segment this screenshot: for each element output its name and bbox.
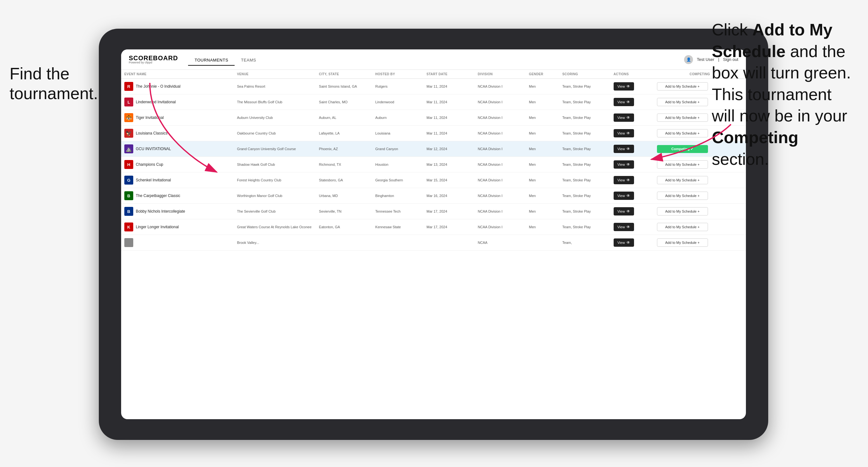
col-header-actions: ACTIONS xyxy=(611,70,654,79)
actions-cell-3: View 👁 xyxy=(611,110,654,126)
division-cell-7: NCAA Division I xyxy=(475,173,526,188)
table-row: R The Johnnie - O Individual Sea Palms R… xyxy=(121,79,746,94)
scoring-cell-1: Team, Stroke Play xyxy=(559,79,611,94)
event-name-10: Linger Longer Invitational xyxy=(136,225,179,229)
view-button-7[interactable]: View 👁 xyxy=(614,176,634,184)
city-cell-2: Saint Charles, MO xyxy=(316,94,372,110)
tournaments-table: EVENT NAME VENUE CITY, STATE HOSTED BY S… xyxy=(121,70,746,251)
gender-cell-1: Men xyxy=(526,79,559,94)
team-logo-8: B xyxy=(124,191,133,200)
event-name-cell-8: B The Carpetbagger Classic xyxy=(121,188,234,204)
eye-icon-6: 👁 xyxy=(626,162,630,167)
add-schedule-button-8[interactable]: Add to My Schedule + xyxy=(657,192,708,200)
add-schedule-button-10[interactable]: Add to My Schedule + xyxy=(657,223,708,231)
gender-cell-6: Men xyxy=(526,157,559,173)
hosted-cell-2: Lindenwood xyxy=(372,94,423,110)
scoring-cell-3: Team, Stroke Play xyxy=(559,110,611,126)
table-row: H Champions Cup Shadow Hawk Golf Club Ri… xyxy=(121,157,746,173)
table-row: G Schenkel Invitational Forest Heights C… xyxy=(121,173,746,188)
add-schedule-button-7[interactable]: Add to My Schedule + xyxy=(657,176,708,184)
table-row: B The Carpetbagger Classic Worthington M… xyxy=(121,188,746,204)
hosted-cell-3: Auburn xyxy=(372,110,423,126)
view-button-10[interactable]: View 👁 xyxy=(614,223,634,231)
hosted-cell-4: Louisiana xyxy=(372,126,423,141)
view-button-6[interactable]: View 👁 xyxy=(614,160,634,168)
add-schedule-button-9[interactable]: Add to My Schedule + xyxy=(657,207,708,216)
table-row: K Linger Longer Invitational Great Water… xyxy=(121,219,746,235)
col-header-division: DIVISION xyxy=(475,70,526,79)
actions-cell-10: View 👁 xyxy=(611,219,654,235)
event-name-cell-6: H Champions Cup xyxy=(121,157,234,173)
view-button-1[interactable]: View 👁 xyxy=(614,82,634,91)
add-schedule-button-3[interactable]: Add to My Schedule + xyxy=(657,114,708,122)
view-button-2[interactable]: View 👁 xyxy=(614,98,634,106)
view-button-4[interactable]: View 👁 xyxy=(614,129,634,137)
team-logo-4: 🦅 xyxy=(124,129,133,138)
division-cell-2: NCAA Division I xyxy=(475,94,526,110)
eye-icon-5: 👁 xyxy=(626,147,630,151)
add-schedule-button-4[interactable]: Add to My Schedule + xyxy=(657,129,708,137)
event-name-2: Lindenwood Invitational xyxy=(136,100,176,104)
col-header-event: EVENT NAME xyxy=(121,70,234,79)
col-header-venue: VENUE xyxy=(234,70,316,79)
actions-cell-4: View 👁 xyxy=(611,126,654,141)
table-container: EVENT NAME VENUE CITY, STATE HOSTED BY S… xyxy=(121,70,746,419)
actions-cell-8: View 👁 xyxy=(611,188,654,204)
event-name-cell-2: L Lindenwood Invitational xyxy=(121,94,234,110)
venue-cell-3: Auburn University Club xyxy=(234,110,316,126)
add-schedule-button-1[interactable]: Add to My Schedule + xyxy=(657,82,708,91)
city-cell-8: Urbana, MD xyxy=(316,188,372,204)
city-cell-11 xyxy=(316,235,372,251)
tab-tournaments[interactable]: TOURNAMENTS xyxy=(188,55,235,66)
actions-cell-11: View 👁 xyxy=(611,235,654,251)
view-button-5[interactable]: View 👁 xyxy=(614,145,634,153)
eye-icon-10: 👁 xyxy=(626,225,630,229)
hosted-cell-8: Binghamton xyxy=(372,188,423,204)
nav-tabs: TOURNAMENTS TEAMS xyxy=(188,53,262,66)
tablet-frame: SCOREBOARD Powered by clippd TOURNAMENTS… xyxy=(99,29,768,440)
table-row: 🐯 Tiger Invitational Auburn University C… xyxy=(121,110,746,126)
team-logo-5: ⛰️ xyxy=(124,145,133,153)
competing-cell-10: Add to My Schedule + xyxy=(654,219,746,235)
date-cell-10: Mar 17, 2024 xyxy=(423,219,475,235)
event-name-cell-3: 🐯 Tiger Invitational xyxy=(121,110,234,126)
division-cell-8: NCAA Division I xyxy=(475,188,526,204)
team-logo-11 xyxy=(124,238,133,247)
tab-teams[interactable]: TEAMS xyxy=(235,55,262,66)
event-name-cell-10: K Linger Longer Invitational xyxy=(121,219,234,235)
team-logo-1: R xyxy=(124,82,133,91)
team-logo-7: G xyxy=(124,176,133,185)
date-cell-8: Mar 16, 2024 xyxy=(423,188,475,204)
view-button-11[interactable]: View 👁 xyxy=(614,239,634,247)
venue-cell-6: Shadow Hawk Golf Club xyxy=(234,157,316,173)
venue-cell-11: Brook Valley... xyxy=(234,235,316,251)
city-cell-1: Saint Simons Island, GA xyxy=(316,79,372,94)
city-cell-9: Sevierville, TN xyxy=(316,204,372,219)
city-cell-6: Richmond, TX xyxy=(316,157,372,173)
competing-cell-11: Add to My Schedule + xyxy=(654,235,746,251)
city-cell-10: Eatonton, GA xyxy=(316,219,372,235)
scoring-cell-10: Team, Stroke Play xyxy=(559,219,611,235)
table-row: L Lindenwood Invitational The Missouri B… xyxy=(121,94,746,110)
venue-cell-4: Oakbourne Country Club xyxy=(234,126,316,141)
add-schedule-button-11[interactable]: Add to My Schedule + xyxy=(657,239,708,247)
team-logo-10: K xyxy=(124,222,133,231)
division-cell-11: NCAA xyxy=(475,235,526,251)
gender-cell-9: Men xyxy=(526,204,559,219)
view-button-3[interactable]: View 👁 xyxy=(614,114,634,122)
view-button-8[interactable]: View 👁 xyxy=(614,192,634,200)
gender-cell-5: Men xyxy=(526,141,559,157)
event-name-5: GCU INVITATIONAL xyxy=(136,147,171,151)
gender-cell-3: Men xyxy=(526,110,559,126)
add-schedule-button-6[interactable]: Add to My Schedule + xyxy=(657,160,708,168)
venue-cell-9: The Sevierville Golf Club xyxy=(234,204,316,219)
venue-cell-10: Great Waters Course At Reynolds Lake Oco… xyxy=(234,219,316,235)
venue-cell-2: The Missouri Bluffs Golf Club xyxy=(234,94,316,110)
competing-button-5[interactable]: Competing ✓ xyxy=(657,145,708,153)
hosted-cell-10: Kennesaw State xyxy=(372,219,423,235)
division-cell-5: NCAA Division I xyxy=(475,141,526,157)
date-cell-5: Mar 12, 2024 xyxy=(423,141,475,157)
date-cell-7: Mar 15, 2024 xyxy=(423,173,475,188)
view-button-9[interactable]: View 👁 xyxy=(614,207,634,216)
add-schedule-button-2[interactable]: Add to My Schedule + xyxy=(657,98,708,106)
